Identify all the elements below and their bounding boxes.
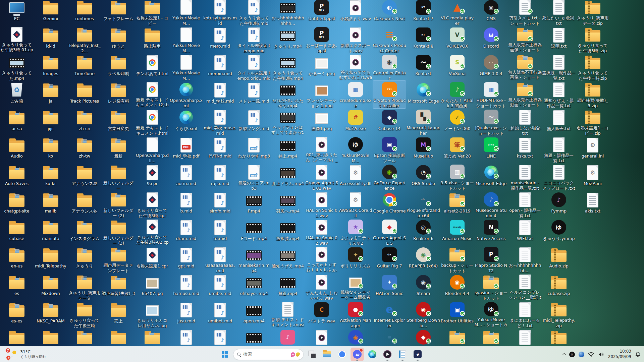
- desktop-icon[interactable]: 名称未設定1 - コピー: [136, 0, 168, 25]
- desktop-icon[interactable]: 最新: [102, 136, 135, 163]
- desktop-icon[interactable]: Audio.zip: [543, 246, 575, 273]
- desktop-icon[interactable]: ~Kontakt: [407, 54, 439, 80]
- desktop-icon[interactable]: ♪meroin.mid: [204, 54, 236, 80]
- desktop-icon[interactable]: SVoiSona: [441, 54, 473, 80]
- desktop-icon[interactable]: HALion Sonic 02.wav: [306, 219, 338, 245]
- desktop-icon[interactable]: 営業日変更: [102, 109, 135, 135]
- desktop-icon[interactable]: ♪td.mid: [204, 219, 236, 245]
- desktop-icon[interactable]: レジ袋有料: [102, 81, 135, 108]
- desktop-icon[interactable]: ♪mid_学校 muse.mid: [204, 109, 236, 135]
- desktop-icon[interactable]: runtimes: [68, 0, 101, 25]
- desktop-icon[interactable]: ohhayo-.mp4: [238, 274, 270, 300]
- desktop-icon[interactable]: 65407.jpg: [136, 274, 168, 300]
- desktop-icon[interactable]: きゅうり食ってた午後3時.cpr: [136, 191, 168, 218]
- desktop-icon[interactable]: Google Chrome: [373, 191, 406, 218]
- desktop-icon[interactable]: TimeTune: [68, 54, 101, 80]
- desktop-icon[interactable]: こってゅｈｄすおｆｄｓｂふぉ.wav: [306, 246, 338, 273]
- taskbar-discord-icon[interactable]: ω: [351, 348, 364, 361]
- desktop-icon[interactable]: ♪dram.mid: [170, 219, 202, 245]
- desktop-icon[interactable]: 路上駐車: [136, 26, 168, 53]
- desktop-icon[interactable]: Fコード.mp4: [238, 219, 270, 245]
- taskbar-notepad-icon[interactable]: [396, 348, 409, 361]
- desktop-icon[interactable]: 名称未設定1 - コピー.zip: [577, 109, 609, 135]
- desktop-icon[interactable]: id-id: [35, 26, 67, 53]
- desktop-icon[interactable]: en-us: [1, 246, 33, 273]
- desktop-icon[interactable]: 通知うぜえ.mp4: [272, 246, 304, 273]
- desktop-icon[interactable]: ♻ごみ箱: [1, 81, 33, 108]
- desktop-icon[interactable]: くらび.xml: [170, 109, 202, 135]
- desktop-icon[interactable]: 画像1.png: [306, 109, 338, 135]
- desktop-icon[interactable]: ⚙general.ini: [577, 136, 609, 163]
- desktop-icon[interactable]: ✦ポリリリリズム: [339, 246, 372, 273]
- desktop-icon[interactable]: maniuta: [35, 219, 67, 245]
- desktop-icon[interactable]: WIFI.txt: [509, 219, 541, 245]
- desktop-icon[interactable]: ♪uaaaaaaaaaa.mid: [204, 246, 236, 273]
- desktop-icon[interactable]: 井上.mp4: [272, 136, 304, 163]
- desktop-icon[interactable]: ωDiscord: [475, 26, 507, 53]
- notification-bell-icon[interactable]: z: [635, 352, 641, 357]
- desktop-icon[interactable]: ♪hamusu.mid: [170, 274, 202, 300]
- desktop-icon[interactable]: きゅうり食ってた午後三時: [68, 301, 101, 328]
- desktop-icon[interactable]: きゅうり食ってた午後3時 .zip: [577, 26, 609, 53]
- desktop-icon[interactable]: ゆYukkuriMovieM... - ショートカット: [475, 301, 507, 328]
- desktop-icon[interactable]: OpenCvSharp.dll...: [136, 136, 168, 163]
- desktop-icon[interactable]: ja: [35, 81, 67, 108]
- taskbar-google-chrome-icon[interactable]: [335, 348, 349, 361]
- desktop-icon[interactable]: Images: [35, 54, 67, 80]
- taskbar-pinned-app-icon[interactable]: [305, 348, 319, 361]
- desktop-icon[interactable]: ♪gpt.mid: [170, 246, 202, 273]
- desktop-icon[interactable]: ♪Fymmp: [543, 191, 575, 218]
- desktop-icon[interactable]: es: [1, 274, 33, 300]
- desktop-icon[interactable]: ラベル印刷: [102, 54, 135, 80]
- desktop-icon[interactable]: 説明.txt: [543, 26, 575, 53]
- desktop-icon[interactable]: akis.txt: [577, 191, 609, 218]
- desktop-icon[interactable]: 新規エクスポート.wav: [339, 26, 372, 53]
- desktop-icon[interactable]: ◉Blender 4.4: [441, 274, 473, 300]
- desktop-icon[interactable]: syasinn - ショートカット: [475, 274, 507, 300]
- tray-app-x-icon[interactable]: ×: [569, 352, 575, 357]
- desktop-icon[interactable]: NNative Access: [475, 219, 507, 245]
- desktop-icon[interactable]: manisekarin - 親作品一覧.txt: [509, 164, 541, 190]
- desktop-icon[interactable]: PPiapro Studio NT2: [475, 246, 507, 273]
- desktop-icon[interactable]: 無題.mp4: [272, 274, 304, 300]
- desktop-icon[interactable]: 新規 テキスト ドキュメント.html: [136, 109, 168, 135]
- desktop-icon[interactable]: #MoZA.exe: [339, 109, 372, 135]
- desktop-icon[interactable]: PDFmid_学校.pdf: [170, 136, 202, 163]
- desktop-icon[interactable]: sfzPlogue sforzando x64: [407, 191, 439, 218]
- taskbar-cubase-icon[interactable]: ◆: [411, 348, 424, 361]
- desktop-icon[interactable]: きゅうり_調声用データ: [68, 274, 101, 300]
- desktop-icon[interactable]: ♪rajio.mid: [204, 164, 236, 190]
- desktop-icon[interactable]: 選択肢 - 親作品一覧.txt: [543, 54, 575, 80]
- desktop-icon[interactable]: ⚙MoZA.ini: [577, 164, 609, 190]
- desktop-icon[interactable]: ◉Steam: [407, 274, 439, 300]
- desktop-icon[interactable]: ♪タイトル未設定.tempo.orig1.mid: [238, 54, 270, 80]
- desktop-icon[interactable]: ♪sirofo.mid: [204, 191, 236, 218]
- search-input[interactable]: 検索: [233, 349, 304, 360]
- desktop-icon[interactable]: eInternet Explorer: [373, 301, 406, 328]
- desktop-icon[interactable]: 万引きメモ.txt - ショートカット: [509, 0, 541, 25]
- desktop-icon[interactable]: 名称未設定1.cpr: [136, 246, 168, 273]
- desktop-icon[interactable]: VVOICEVOX: [441, 26, 473, 53]
- volume-icon[interactable]: [598, 352, 604, 357]
- desktop-icon[interactable]: Track Pictures: [68, 81, 101, 108]
- desktop-icon[interactable]: OpenCvSharp.xml: [170, 81, 202, 108]
- desktop-icon[interactable]: backup - ショートカット: [441, 246, 473, 273]
- taskbar-file-explorer-icon[interactable]: [320, 348, 334, 361]
- desktop-icon[interactable]: ♪MP3無題のスコア.mp3: [238, 164, 270, 190]
- desktop-icon[interactable]: 新しいフォルダー (3): [102, 219, 135, 245]
- desktop-icon[interactable]: ♪PVTNd.mid: [204, 136, 236, 163]
- desktop-icon[interactable]: ♪MP3わかりやす.mp3: [238, 136, 270, 163]
- desktop-icon[interactable]: midi_Telepathy: [35, 246, 67, 273]
- desktop-icon[interactable]: ▲VLC media player: [441, 0, 473, 25]
- desktop-icon[interactable]: ✦HALion Sonic: [373, 274, 406, 300]
- tray-chevron-up-icon[interactable]: [563, 353, 566, 356]
- desktop-icon[interactable]: ずんだもん_しおかぜふ.wav: [306, 274, 338, 300]
- desktop-icon[interactable]: ゆYukkuriMovieM...: [339, 136, 372, 163]
- desktop-icon[interactable]: ksks.txt: [509, 136, 541, 163]
- desktop-icon[interactable]: YukkuriMovieM...: [170, 54, 202, 80]
- desktop-icon[interactable]: midi_Telepathy.zip: [543, 301, 575, 328]
- desktop-icon[interactable]: アナウンス夏: [68, 164, 101, 190]
- desktop-icon[interactable]: きゅうり: [68, 246, 101, 273]
- desktop-icon[interactable]: malib: [35, 191, 67, 218]
- desktop-icon[interactable]: ♪umibe.mid: [204, 274, 236, 300]
